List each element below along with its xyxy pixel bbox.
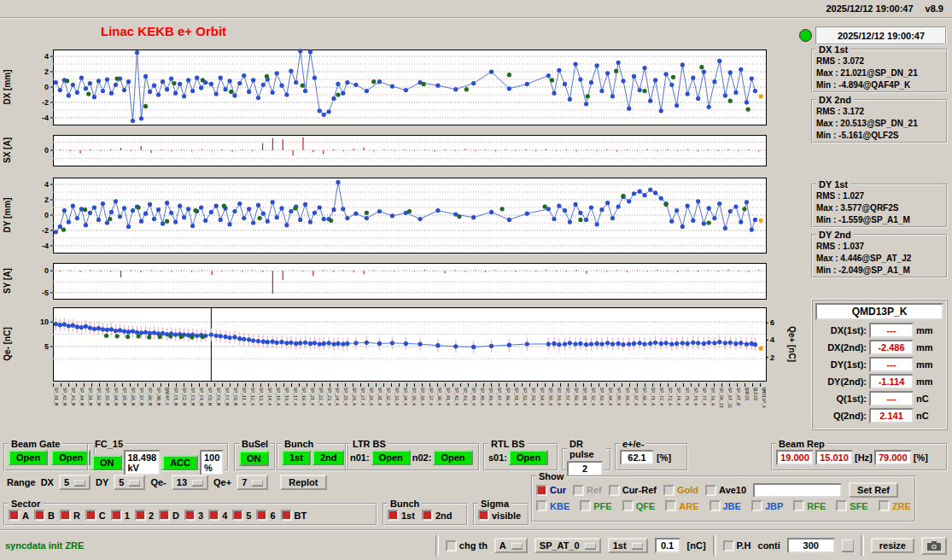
- fc15-acc-button[interactable]: ACC: [162, 455, 198, 470]
- checkbox-indicator[interactable]: [836, 500, 847, 511]
- checkbox-1[interactable]: 1: [111, 510, 130, 521]
- range-dy-select[interactable]: 5: [114, 475, 145, 490]
- busel-on-button[interactable]: ON: [239, 451, 269, 466]
- checkbox-r[interactable]: R: [60, 510, 80, 521]
- checkbox-label: QFE: [636, 501, 656, 511]
- checkbox-label: 3: [198, 510, 203, 521]
- rtl-s01-open-button[interactable]: Open: [509, 450, 548, 465]
- bpm-label: SP_38_4: [436, 388, 441, 436]
- checkbox-bt[interactable]: BT: [281, 510, 307, 521]
- checkbox-indicator[interactable]: [536, 485, 547, 496]
- set-ref-button[interactable]: Set Ref: [849, 482, 898, 498]
- checkbox-cur[interactable]: Cur: [536, 485, 566, 496]
- range-dx-select[interactable]: 5: [59, 475, 91, 490]
- checkbox-a[interactable]: A: [9, 510, 29, 521]
- checkbox-indicator[interactable]: [256, 510, 267, 521]
- checkbox-2[interactable]: 2: [135, 510, 154, 521]
- interval-input[interactable]: 300: [787, 538, 835, 553]
- beam-gate-open-2-button[interactable]: Open: [51, 450, 91, 465]
- fc15-on-button[interactable]: ON: [92, 455, 122, 470]
- checkbox-pfe[interactable]: PFE: [580, 500, 611, 511]
- bunch-2nd-button[interactable]: 2nd: [312, 450, 345, 465]
- range-qe-plus-select[interactable]: 7: [237, 475, 268, 490]
- checkbox-rfe[interactable]: RFE: [793, 500, 826, 511]
- checkbox-2nd[interactable]: 2nd: [422, 510, 453, 521]
- checkbox-cur-ref[interactable]: Cur-Ref: [609, 485, 657, 496]
- checkbox-indicator[interactable]: [609, 485, 620, 496]
- checkbox-5[interactable]: 5: [232, 510, 251, 521]
- stat-line: Min : -5.161@QLF2S: [816, 130, 943, 142]
- mode-select[interactable]: A: [494, 538, 528, 553]
- resize-button[interactable]: resize: [871, 538, 914, 553]
- bpm-select[interactable]: SP_AT_0: [534, 538, 601, 553]
- checkbox-indicator[interactable]: [536, 500, 547, 511]
- interval-menu-indicator[interactable]: [842, 540, 854, 551]
- checkbox-jbp[interactable]: JBP: [751, 500, 783, 511]
- checkbox-kbe[interactable]: KBE: [536, 500, 569, 511]
- checkbox-indicator[interactable]: [34, 510, 45, 521]
- checkbox-indicator[interactable]: [879, 500, 890, 511]
- ltr-n02-open-button[interactable]: Open: [433, 450, 472, 465]
- checkbox-c[interactable]: C: [85, 510, 106, 521]
- bpm-label: SP_AT_0: [735, 388, 740, 436]
- checkbox-indicator[interactable]: [111, 510, 122, 521]
- checkbox-indicator[interactable]: [573, 485, 584, 496]
- checkbox-indicator[interactable]: [388, 510, 399, 521]
- checkbox-indicator[interactable]: [793, 500, 804, 511]
- checkbox-visible[interactable]: visible: [478, 510, 521, 521]
- checkbox-b[interactable]: B: [34, 510, 55, 521]
- bpm-label: SP_52_4: [522, 388, 527, 436]
- checkbox-qfe[interactable]: QFE: [622, 500, 656, 511]
- ltr-n01-open-button[interactable]: Open: [371, 450, 411, 465]
- checkbox-sfe[interactable]: SFE: [836, 500, 867, 511]
- checkbox-indicator[interactable]: [184, 510, 196, 521]
- checkbox-indicator[interactable]: [710, 500, 721, 511]
- range-qe-minus-select[interactable]: 13: [172, 475, 208, 490]
- bpm-label: SP_C2_M: [181, 388, 186, 436]
- checkbox-indicator[interactable]: [446, 540, 457, 551]
- checkbox-indicator[interactable]: [751, 500, 762, 511]
- checkbox-gold[interactable]: Gold: [663, 485, 698, 496]
- bpm-label: SP_36_4: [419, 388, 424, 436]
- checkbox-indicator[interactable]: [135, 510, 146, 521]
- checkbox-indicator[interactable]: [663, 485, 675, 496]
- checkbox-indicator[interactable]: [60, 510, 71, 521]
- threshold-input[interactable]: 0.1: [655, 538, 680, 553]
- ref-name-input[interactable]: [753, 483, 842, 498]
- checkbox-ref[interactable]: Ref: [573, 485, 602, 496]
- beam-gate-open-1-button[interactable]: Open: [9, 450, 48, 465]
- checkbox-d[interactable]: D: [159, 510, 179, 521]
- fc15-group: FC_15 ON 18.498 kV ACC 100 %: [87, 439, 229, 471]
- checkbox-indicator[interactable]: [159, 510, 170, 521]
- bpm-label: SP_77_4: [701, 388, 706, 436]
- checkbox-indicator[interactable]: [232, 510, 243, 521]
- checkbox-indicator[interactable]: [665, 500, 676, 511]
- checkbox-zre[interactable]: ZRE: [879, 500, 911, 511]
- checkbox-indicator[interactable]: [85, 510, 96, 521]
- snapshot-button[interactable]: [921, 537, 947, 555]
- bpm-label: SP_56_4: [556, 388, 561, 436]
- ph-checkbox[interactable]: P.H: [723, 540, 751, 551]
- checkbox-indicator[interactable]: [622, 500, 634, 511]
- checkbox-indicator[interactable]: [705, 485, 716, 496]
- checkbox-6[interactable]: 6: [256, 510, 275, 521]
- checkbox-ave10[interactable]: Ave10: [705, 485, 746, 496]
- stat-line: RMS : 3.072: [816, 55, 943, 67]
- bpm-label: SP_18_4: [301, 388, 306, 436]
- replot-button[interactable]: Replot: [280, 475, 326, 490]
- checkbox-indicator[interactable]: [478, 510, 489, 521]
- checkbox-indicator[interactable]: [9, 510, 20, 521]
- checkbox-indicator[interactable]: [281, 510, 292, 521]
- chg-th-checkbox[interactable]: chg th: [446, 540, 488, 551]
- checkbox-indicator[interactable]: [422, 510, 433, 521]
- checkbox-indicator[interactable]: [208, 510, 219, 521]
- checkbox-4[interactable]: 4: [208, 510, 227, 521]
- bunch-select[interactable]: 1st: [608, 538, 648, 553]
- checkbox-3[interactable]: 3: [184, 510, 203, 521]
- bunch-1st-button[interactable]: 1st: [282, 450, 311, 465]
- checkbox-1st[interactable]: 1st: [388, 510, 415, 521]
- checkbox-are[interactable]: ARE: [665, 500, 698, 511]
- checkbox-indicator[interactable]: [580, 500, 591, 511]
- checkbox-jbe[interactable]: JBE: [710, 500, 741, 511]
- checkbox-indicator[interactable]: [723, 540, 734, 551]
